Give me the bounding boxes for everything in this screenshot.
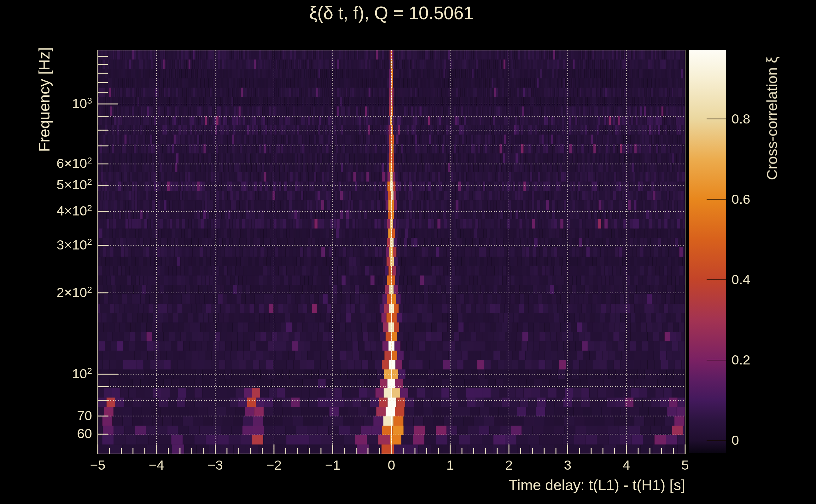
colorbar-tick-label: 0 <box>732 432 739 448</box>
y-tick-label: 102 <box>72 366 92 381</box>
x-tick-label: 2 <box>505 457 513 473</box>
y-tick-label: 60 <box>77 426 92 441</box>
x-tick-label: −5 <box>90 457 105 473</box>
y-axis-title: Frequency [Hz] <box>35 46 53 153</box>
x-axis-title: Time delay: t(L1) - t(H1) [s] <box>508 476 685 494</box>
y-tick-label: 2×102 <box>56 284 92 300</box>
colorbar-tick-label: 0.8 <box>732 111 750 126</box>
y-tick-label: 70 <box>77 408 92 423</box>
x-tick-label: 0 <box>388 457 395 473</box>
colorbar-tick-label: 0.6 <box>732 191 750 207</box>
chart-title: ξ(δ t, f), Q = 10.5061 <box>98 3 685 23</box>
x-tick-label: −3 <box>208 457 223 473</box>
y-tick-label: 5×102 <box>56 177 92 192</box>
x-tick-label: 3 <box>564 457 571 473</box>
root-canvas: { "chart_data": { "type": "heatmap", "ti… <box>0 0 816 504</box>
colorbar-tick-label: 0.2 <box>732 352 750 368</box>
x-tick-label: 5 <box>681 457 689 473</box>
heatmap-canvas <box>0 0 816 504</box>
x-tick-label: 1 <box>446 457 454 473</box>
x-tick-label: −2 <box>266 457 282 473</box>
y-tick-label: 103 <box>72 96 92 111</box>
colorbar-title: Cross-correlation ξ <box>763 52 781 185</box>
x-tick-label: 4 <box>623 457 630 473</box>
y-tick-label: 4×102 <box>56 203 92 219</box>
x-tick-label: −1 <box>325 457 341 473</box>
colorbar-tick-label: 0.4 <box>732 272 750 287</box>
chart-title-text: ξ(δ t, f), Q = 10.5061 <box>309 3 474 23</box>
y-tick-label: 3×102 <box>56 237 92 252</box>
y-tick-label: 6×102 <box>56 156 92 171</box>
x-tick-label: −4 <box>149 457 164 473</box>
